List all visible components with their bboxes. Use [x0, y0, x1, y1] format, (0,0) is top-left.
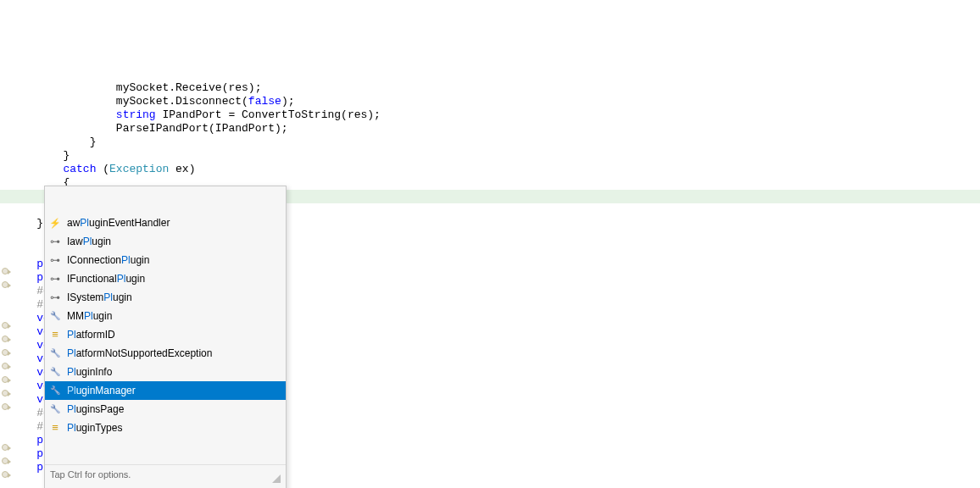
intellisense-item[interactable]: IawPlugin: [45, 232, 286, 251]
intellisense-item[interactable]: awPluginEventHandler: [45, 214, 286, 232]
event-icon: [48, 216, 62, 230]
interface-icon: [48, 272, 62, 286]
method-glyph-icon: [2, 281, 8, 288]
enum-icon: [48, 328, 62, 341]
intellisense-item[interactable]: MMPlugin: [45, 307, 286, 325]
intellisense-item-label: PluginTypes: [67, 421, 122, 435]
intellisense-item-label: PlatformID: [67, 328, 115, 341]
method-glyph-icon: [2, 471, 8, 478]
class-icon: [48, 309, 62, 323]
method-glyph-icon: [2, 458, 8, 464]
intellisense-item-label: PlatformNotSupportedException: [67, 347, 212, 360]
intellisense-item[interactable]: IFunctionalPlugin: [45, 269, 286, 288]
enum-icon: [48, 421, 62, 435]
code-line[interactable]: mySocket.Disconnect(false);: [0, 95, 980, 108]
intellisense-item-label: PluginsPage: [67, 402, 124, 416]
intellisense-item-label: awPluginEventHandler: [67, 216, 170, 230]
intellisense-item-label: PluginInfo: [67, 365, 112, 379]
intellisense-item[interactable]: PluginsPage: [45, 400, 286, 419]
intellisense-popup[interactable]: awPluginEventHandlerIawPluginIConnection…: [44, 186, 287, 488]
intellisense-item-label: PluginManager: [67, 384, 136, 397]
class-icon: [48, 384, 62, 397]
method-glyph-icon: [2, 336, 8, 342]
code-line[interactable]: }: [0, 149, 980, 163]
resize-grip-icon[interactable]: [264, 466, 281, 483]
intellisense-item[interactable]: ISystemPlugin: [45, 288, 286, 307]
method-glyph-icon: [2, 268, 8, 274]
interface-icon: [48, 253, 62, 267]
method-glyph-icon: [2, 403, 8, 410]
intellisense-item[interactable]: PluginManager: [45, 381, 286, 400]
code-line[interactable]: }: [0, 136, 980, 149]
intellisense-item[interactable]: IConnectionPlugin: [45, 251, 286, 269]
intellisense-item[interactable]: PlatformID: [45, 325, 286, 344]
method-glyph-icon: [2, 376, 8, 383]
code-line[interactable]: catch (Exception ex): [0, 163, 980, 176]
method-glyph-icon: [2, 349, 8, 356]
interface-icon: [48, 235, 62, 248]
code-line[interactable]: string IPandPort = ConvertToString(res);: [0, 108, 980, 122]
intellisense-item-label: ISystemPlugin: [67, 291, 132, 304]
method-glyph-icon: [2, 444, 8, 451]
intellisense-item-label: IawPlugin: [67, 235, 111, 248]
code-line[interactable]: ParseIPandPort(IPandPort);: [0, 122, 980, 136]
intellisense-hint: Tap Ctrl for options.: [50, 468, 131, 481]
intellisense-item[interactable]: PluginTypes: [45, 419, 286, 437]
method-glyph-icon: [2, 322, 8, 329]
class-icon: [48, 365, 62, 379]
intellisense-footer: Tap Ctrl for options.: [45, 464, 286, 483]
class-icon: [48, 347, 62, 360]
class-icon: [48, 402, 62, 416]
code-line[interactable]: mySocket.Receive(res);: [0, 81, 980, 95]
intellisense-item-label: IFunctionalPlugin: [67, 272, 145, 286]
intellisense-item-label: MMPlugin: [67, 309, 112, 323]
intellisense-item-label: IConnectionPlugin: [67, 253, 149, 267]
intellisense-item[interactable]: PluginInfo: [45, 363, 286, 381]
code-editor[interactable]: mySocket.Receive(res); mySocket.Disconne…: [0, 54, 980, 488]
interface-icon: [48, 291, 62, 304]
intellisense-item[interactable]: PlatformNotSupportedException: [45, 344, 286, 363]
method-glyph-icon: [2, 363, 8, 369]
method-glyph-icon: [2, 390, 8, 396]
